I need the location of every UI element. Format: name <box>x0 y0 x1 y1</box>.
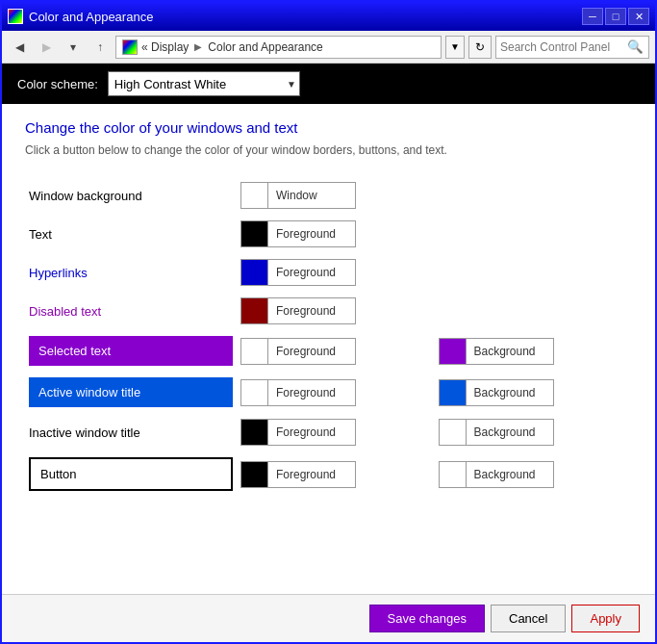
table-row: Button Foreground <box>25 451 632 497</box>
row-label-hyperlinks: Hyperlinks <box>25 253 237 292</box>
table-row: Text Foreground <box>25 215 632 253</box>
dropdown-button[interactable]: ▾ <box>62 36 85 59</box>
title-bar: Color and Appearance ─ □ ✕ <box>2 2 655 31</box>
row-label-text: Text <box>25 215 237 253</box>
button-badge: Button <box>29 457 233 491</box>
table-row: Window background Window <box>25 176 632 215</box>
row-buttons-hyperlinks: Foreground <box>237 253 435 292</box>
main-content: Change the color of your windows and tex… <box>2 104 655 594</box>
window-swatch <box>241 183 268 208</box>
row-buttons-inactive-title-fg: Foreground <box>237 413 435 451</box>
table-row: Selected text Foreground <box>25 330 632 372</box>
color-scheme-select[interactable]: High Contrast White High Contrast Black … <box>108 71 300 96</box>
window-title: Color and Appearance <box>29 10 153 24</box>
table-row: Inactive window title Foreground <box>25 413 632 451</box>
refresh-button[interactable]: ↻ <box>468 36 492 59</box>
window-background-window-button[interactable]: Window <box>240 182 356 209</box>
row-label-disabled-text: Disabled text <box>25 292 237 330</box>
row-buttons-disabled-text: Foreground <box>237 292 435 330</box>
address-bar: ◀ ▶ ▾ ↑ « Display ▶ Color and Appearance… <box>2 31 655 64</box>
up-button[interactable]: ↑ <box>88 36 112 59</box>
inactive-title-foreground-button[interactable]: Foreground <box>240 419 356 446</box>
back-button[interactable]: ◀ <box>8 36 31 59</box>
row-buttons-selected-text-bg: Background <box>435 330 633 372</box>
close-button[interactable]: ✕ <box>628 8 649 25</box>
window-icon <box>8 9 23 24</box>
hyperlinks-foreground-button[interactable]: Foreground <box>240 259 356 286</box>
row-label-active-title: Active window title <box>25 372 237 413</box>
active-title-foreground-button[interactable]: Foreground <box>240 379 356 406</box>
row-buttons-text: Foreground <box>237 215 435 253</box>
page-subheading: Click a button below to change the color… <box>25 143 632 157</box>
row-label-selected-text: Selected text <box>25 330 237 372</box>
apply-button[interactable]: Apply <box>571 605 640 632</box>
text-foreground-button[interactable]: Foreground <box>240 220 356 247</box>
active-title-background-button[interactable]: Background <box>439 379 554 406</box>
active-title-bg-swatch <box>440 380 467 405</box>
selected-text-badge: Selected text <box>29 336 233 366</box>
inactive-title-bg-swatch <box>440 420 467 445</box>
address-icon <box>122 39 138 55</box>
row-label-button: Button <box>25 451 237 497</box>
breadcrumb-arrow: ▶ <box>194 41 202 52</box>
inactive-title-fg-swatch <box>241 420 268 445</box>
disabled-fg-swatch <box>241 298 268 323</box>
row-label-inactive-title: Inactive window title <box>25 413 237 451</box>
address-breadcrumb-part2: Color and Appearance <box>208 40 322 54</box>
text-fg-swatch <box>241 221 268 246</box>
button-fg-swatch <box>241 462 268 487</box>
search-button[interactable]: 🔍 <box>625 37 644 58</box>
inactive-title-background-button[interactable]: Background <box>439 419 554 446</box>
row-buttons-button-fg: Foreground <box>237 451 435 497</box>
selected-text-background-button[interactable]: Background <box>439 338 554 365</box>
page-heading: Change the color of your windows and tex… <box>25 119 632 136</box>
forward-button[interactable]: ▶ <box>35 36 58 59</box>
scheme-label: Color scheme: <box>17 77 98 91</box>
main-window: Color and Appearance ─ □ ✕ ◀ ▶ ▾ ↑ « Dis… <box>0 0 657 644</box>
save-changes-button[interactable]: Save changes <box>369 605 485 632</box>
row-label-window-background: Window background <box>25 176 237 215</box>
table-row: Hyperlinks Foreground <box>25 253 632 292</box>
hyperlinks-fg-swatch <box>241 260 268 285</box>
active-title-badge: Active window title <box>29 377 233 407</box>
row-buttons-active-title-bg: Background <box>435 372 633 413</box>
row-buttons-inactive-title-bg: Background <box>435 413 633 451</box>
scheme-select-wrapper: High Contrast White High Contrast Black … <box>108 71 300 96</box>
maximize-button[interactable]: □ <box>605 8 626 25</box>
button-foreground-button[interactable]: Foreground <box>240 461 356 488</box>
search-input[interactable] <box>500 40 625 54</box>
row-buttons-button-bg: Background <box>435 451 633 497</box>
scheme-bar: Color scheme: High Contrast White High C… <box>2 64 655 104</box>
row-buttons-active-title-fg: Foreground <box>237 372 435 413</box>
color-settings-table: Window background Window Text <box>25 176 632 497</box>
disabled-text-foreground-button[interactable]: Foreground <box>240 297 356 324</box>
bottom-bar: Save changes Cancel Apply <box>2 594 655 642</box>
table-row: Active window title Foreground <box>25 372 632 413</box>
search-box: 🔍 <box>495 36 649 59</box>
address-field: « Display ▶ Color and Appearance <box>115 36 442 59</box>
row-buttons-selected-text-fg: Foreground <box>237 330 435 372</box>
address-chevron[interactable]: ▼ <box>445 36 465 59</box>
button-bg-swatch <box>440 462 467 487</box>
table-row: Disabled text Foreground <box>25 292 632 330</box>
cancel-button[interactable]: Cancel <box>491 605 566 632</box>
selected-fg-swatch <box>241 339 268 364</box>
row-buttons-window-background: Window <box>237 176 435 215</box>
selected-text-foreground-button[interactable]: Foreground <box>240 338 356 365</box>
active-title-fg-swatch <box>241 380 268 405</box>
address-breadcrumb-part1: « Display <box>141 40 189 54</box>
selected-bg-swatch <box>440 339 467 364</box>
button-background-button[interactable]: Background <box>439 461 554 488</box>
title-bar-controls: ─ □ ✕ <box>582 8 649 25</box>
minimize-button[interactable]: ─ <box>582 8 603 25</box>
